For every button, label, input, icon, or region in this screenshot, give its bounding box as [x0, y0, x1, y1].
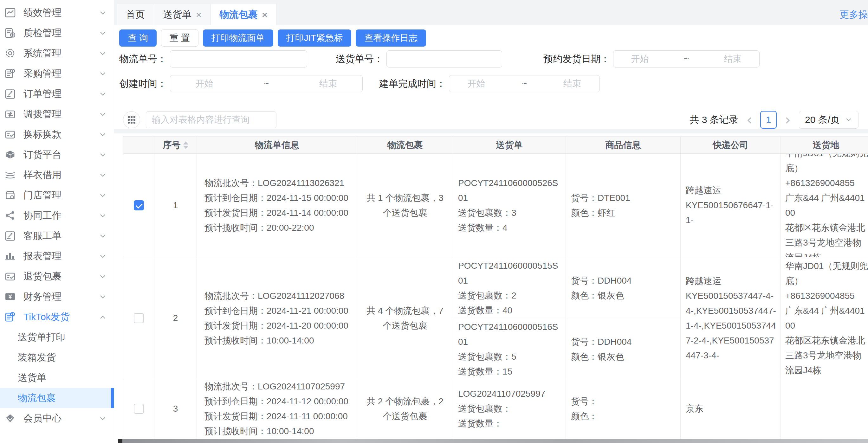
chevron-down-icon	[99, 49, 107, 57]
prev-page-button[interactable]: ‹	[745, 113, 753, 127]
sidebar: 绩效管理质检管理系统管理采购管理订单管理调拨管理换标换款订货平台样衣借用门店管理…	[0, 0, 114, 443]
package-summary: 共 1 个物流包裹，3 个送货包裹	[363, 190, 447, 220]
range-end-placeholder: 结束	[563, 77, 581, 90]
sidebar-item-tiktok-ship[interactable]: TikTok发货	[0, 307, 114, 327]
delivery-note-line: 送货数量：	[458, 416, 502, 431]
row-index: 2	[173, 311, 178, 325]
delivery-note-line: 送货数量：15	[458, 364, 512, 379]
column-header-1: 序号	[154, 136, 197, 154]
money-card-icon	[4, 290, 17, 303]
delivery-note-line: 送货包裹数：	[458, 401, 512, 416]
sidebar-item-collaboration[interactable]: 协同工作	[0, 205, 114, 226]
view-operation-logs-button[interactable]: 查看操作日志	[356, 29, 426, 46]
sidebar-subitem-packing-ship[interactable]: 装箱发货	[0, 347, 114, 368]
tab-close-icon[interactable]: ×	[262, 10, 268, 20]
more-actions-link[interactable]: 更多操作	[839, 8, 868, 21]
package-summary: 共 2 个物流包裹，2 个送货包裹	[363, 394, 447, 424]
query-button[interactable]: 查 询	[119, 29, 157, 46]
sidebar-subitem-label: 物流包裹	[18, 392, 56, 405]
logistics-info-line: 预计揽收时间：10:00-14:00	[205, 333, 314, 348]
row-checkbox[interactable]	[134, 200, 144, 211]
sidebar-item-report[interactable]: 报表管理	[0, 246, 114, 266]
sidebar-item-finance[interactable]: 财务管理	[0, 286, 114, 307]
sidebar-item-service-ticket[interactable]: 客服工单	[0, 226, 114, 246]
courier-line: 跨越速运	[686, 274, 721, 288]
row-index-cell: 1	[154, 154, 197, 257]
table-row: 3物流批次号：LOG20241107025997预计到仓日期：2024-11-1…	[123, 379, 868, 438]
sidebar-subitem-logistics-package[interactable]: 物流包裹	[0, 388, 114, 408]
delivery-note-line: 送货数量：40	[458, 303, 512, 318]
sidebar-item-transfer[interactable]: 调拨管理	[0, 104, 114, 124]
sidebar-item-quality[interactable]: 质检管理	[0, 23, 114, 43]
chevron-down-icon	[99, 151, 107, 159]
sidebar-item-return-package[interactable]: 退货包裹	[0, 266, 114, 286]
column-header-label: 送货单	[496, 139, 523, 151]
row-checkbox[interactable]	[134, 404, 144, 414]
sidebar-item-label: 采购管理	[24, 67, 99, 80]
delivery-note-cell: POCYT2411060000515S01送货包裹数：2送货数量：40	[453, 257, 566, 319]
row-select-cell	[123, 257, 154, 379]
column-header-label: 送货地	[813, 139, 839, 151]
row-checkbox[interactable]	[134, 313, 144, 323]
ship-address-cell: 华南JD01（无规则兜底）+8613269004855广东&44 广州&4401…	[781, 257, 868, 379]
filter-row-2: 创建时间： 开始 ~ 结束 建单完成时间： 开始 ~ 结束	[119, 74, 868, 93]
column-settings-button[interactable]	[123, 111, 140, 128]
logistics-info-line: 预计发货日期：2024-11-14 00:00:00	[205, 205, 348, 220]
print-jit-urgent-button[interactable]: 打印JIT紧急标	[278, 29, 351, 46]
logistics-no-input[interactable]	[170, 51, 307, 67]
sidebar-item-performance[interactable]: 绩效管理	[0, 3, 114, 23]
sidebar-item-order[interactable]: 订单管理	[0, 84, 114, 104]
sidebar-item-member-center[interactable]: 会员中心	[0, 408, 114, 429]
print-logistics-label-button[interactable]: 打印物流面单	[203, 29, 273, 46]
table-header-row: 序号物流单信息物流包裹送货单商品信息快递公司送货地	[123, 136, 868, 154]
delivery-note-cell: POCYT2411060000526S01送货包裹数：3送货数量：4	[453, 154, 566, 257]
sidebar-subitem-delivery-note[interactable]: 送货单	[0, 368, 114, 388]
column-header-label: 物流单信息	[255, 139, 299, 151]
current-page-button[interactable]: 1	[760, 111, 777, 129]
sidebar-item-purchase[interactable]: 采购管理	[0, 63, 114, 84]
sidebar-item-relabel[interactable]: 换标换款	[0, 124, 114, 145]
sidebar-item-label: 系统管理	[24, 47, 99, 60]
delivery-note-line: 送货数量：4	[458, 220, 507, 235]
record-count: 共 3 条记录	[689, 114, 738, 126]
product-info-line: 货号：DDH004	[571, 334, 631, 349]
appoint-ship-date-range[interactable]: 开始 ~ 结束	[613, 51, 760, 67]
create-time-range[interactable]: 开始 ~ 结束	[170, 75, 363, 92]
table-search-input[interactable]	[146, 111, 276, 128]
sidebar-item-store[interactable]: 门店管理	[0, 185, 114, 205]
logistics-info-line: 物流批次号：LOG20241112027068	[205, 288, 344, 303]
sidebar-subitem-delivery-print[interactable]: 送货单打印	[0, 327, 114, 347]
ticket-edit-icon	[4, 229, 17, 242]
tab-logistics-package[interactable]: 物流包裹×	[211, 4, 277, 25]
purchase-icon	[4, 67, 17, 80]
build-complete-time-range[interactable]: 开始 ~ 结束	[449, 75, 600, 92]
sidebar-item-label: 质检管理	[24, 27, 99, 40]
range-start-placeholder: 开始	[468, 77, 485, 90]
sidebar-item-label: 样衣借用	[24, 168, 99, 182]
tab-close-icon[interactable]: ×	[196, 10, 202, 20]
ship-address-cell: 华南JD01（无规则兜底）+8613269004855广东&44 广州&4401…	[781, 154, 868, 257]
sidebar-item-sample-borrow[interactable]: 样衣借用	[0, 165, 114, 185]
range-end-placeholder: 结束	[319, 77, 337, 90]
bar-chart-icon	[4, 250, 17, 262]
reset-button[interactable]: 重 置	[161, 29, 198, 46]
ship-address-line: 花都区花东镇金港北三路3号龙地空港物流园J4栋	[785, 220, 868, 257]
build-complete-time-label: 建单完成时间：	[379, 77, 446, 90]
logistics-info-line: 预计揽收时间：10:00-14:00	[205, 424, 314, 439]
tab-home[interactable]: 首页	[117, 4, 154, 25]
sidebar-item-ordering-platform[interactable]: 订货平台	[0, 145, 114, 165]
gear-icon	[4, 47, 17, 60]
order-edit-icon	[4, 88, 17, 100]
sort-asc-icon	[183, 141, 188, 145]
product-info-line: 颜色：银灰色	[571, 349, 624, 364]
sidebar-item-system[interactable]: 系统管理	[0, 43, 114, 63]
delivery-no-input[interactable]	[386, 51, 502, 67]
next-page-button[interactable]: ›	[784, 113, 792, 127]
sort-control[interactable]	[183, 141, 188, 149]
tab-delivery-note[interactable]: 送货单×	[154, 4, 211, 25]
page-size-select[interactable]: 20 条/页	[799, 111, 859, 129]
logistics-info-line: 物流批次号：LOG20241107025997	[205, 379, 345, 394]
package-summary: 共 4 个物流包裹，7 个送货包裹	[363, 303, 447, 333]
cube-icon	[4, 148, 17, 161]
column-header-6: 快递公司	[681, 136, 781, 154]
